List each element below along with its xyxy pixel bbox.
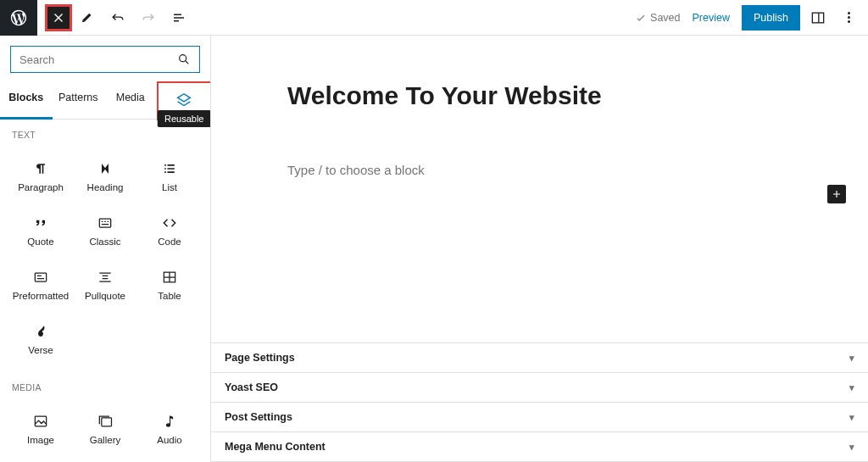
block-table[interactable]: Table: [137, 257, 202, 311]
heading-icon: [98, 159, 112, 179]
settings-panel-button[interactable]: [805, 5, 831, 31]
block-label: Code: [158, 237, 181, 247]
classic-icon: [97, 213, 114, 233]
svg-rect-6: [35, 416, 46, 426]
block-preformatted[interactable]: Preformatted: [8, 257, 73, 311]
block-label: Preformatted: [13, 291, 69, 301]
block-label: Audio: [157, 435, 181, 445]
block-placeholder[interactable]: Type / to choose a block: [287, 163, 792, 177]
block-label: Table: [158, 291, 181, 301]
layout: Blocks Patterns Media Reusable TEXT Para…: [0, 36, 868, 462]
tab-media[interactable]: Media: [104, 83, 157, 119]
block-label: Pullquote: [85, 291, 125, 301]
more-options-button[interactable]: [836, 5, 861, 31]
block-label: List: [162, 182, 177, 192]
block-label: Paragraph: [18, 182, 64, 192]
editor: Welcome To Your Website Type / to choose…: [211, 36, 868, 462]
block-paragraph[interactable]: Paragraph: [8, 148, 73, 203]
saved-status: Saved: [635, 12, 680, 24]
svg-rect-4: [35, 273, 46, 281]
search-input[interactable]: [19, 53, 177, 66]
meta-panels: Page Settings ▾ Yoast SEO ▾ Post Setting…: [211, 342, 868, 462]
document-overview-button[interactable]: [164, 3, 193, 32]
block-label: Verse: [28, 345, 53, 355]
panel-label: Mega Menu Content: [225, 441, 326, 453]
add-block-button[interactable]: [827, 185, 846, 203]
toolbar-right: Saved Preview Publish: [635, 5, 868, 31]
panel-yoast-seo[interactable]: Yoast SEO ▾: [211, 373, 868, 403]
search-box[interactable]: [10, 46, 200, 73]
block-quote[interactable]: Quote: [8, 203, 73, 257]
block-image[interactable]: Image: [8, 401, 73, 455]
category-media: MEDIA: [0, 372, 210, 398]
toolbar-left: [37, 3, 193, 32]
block-label: Classic: [89, 237, 120, 247]
block-heading[interactable]: Heading: [73, 148, 137, 203]
search-wrap: [0, 36, 210, 83]
search-icon: [177, 53, 191, 66]
table-icon: [161, 267, 178, 287]
inserter-sidebar: Blocks Patterns Media Reusable TEXT Para…: [0, 36, 211, 462]
tab-patterns[interactable]: Patterns: [53, 83, 105, 119]
reusable-tooltip: Reusable: [158, 110, 210, 127]
inserter-tabs: Blocks Patterns Media Reusable: [0, 83, 210, 120]
code-icon: [161, 213, 178, 233]
block-audio[interactable]: Audio: [137, 401, 202, 455]
block-code[interactable]: Code: [137, 203, 202, 257]
block-label: Image: [27, 435, 54, 445]
chevron-down-icon: ▾: [849, 412, 854, 423]
quote-icon: [32, 213, 49, 233]
block-classic[interactable]: Classic: [73, 203, 137, 257]
paragraph-icon: [32, 159, 49, 179]
panel-label: Post Settings: [225, 411, 292, 423]
svg-point-2: [180, 55, 186, 62]
redo-button[interactable]: [134, 3, 163, 32]
panel-label: Page Settings: [225, 352, 295, 364]
wordpress-logo[interactable]: [0, 0, 37, 36]
page-title[interactable]: Welcome To Your Website: [287, 81, 792, 110]
tab-blocks[interactable]: Blocks: [0, 83, 53, 120]
toolbar: Saved Preview Publish: [0, 0, 868, 36]
block-gallery[interactable]: Gallery: [73, 401, 137, 455]
list-icon: [161, 159, 178, 179]
svg-rect-3: [99, 219, 110, 227]
chevron-down-icon: ▾: [849, 382, 854, 393]
text-blocks-grid: Paragraph Heading List Quote Classic Cod…: [0, 145, 210, 372]
chevron-down-icon: ▾: [849, 353, 854, 364]
pullquote-icon: [97, 267, 114, 287]
svg-rect-7: [102, 418, 112, 426]
media-blocks-grid: Image Gallery Audio: [0, 398, 210, 462]
tools-button[interactable]: [73, 3, 102, 32]
block-pullquote[interactable]: Pullquote: [73, 257, 137, 311]
gallery-icon: [97, 411, 114, 431]
panel-page-settings[interactable]: Page Settings ▾: [211, 343, 868, 373]
block-label: Heading: [87, 182, 124, 192]
panel-mega-menu[interactable]: Mega Menu Content ▾: [211, 432, 868, 462]
panel-post-settings[interactable]: Post Settings ▾: [211, 403, 868, 432]
svg-rect-5: [164, 272, 175, 282]
panel-label: Yoast SEO: [225, 381, 278, 393]
block-label: Quote: [27, 237, 53, 247]
svg-rect-0: [812, 13, 823, 23]
preformatted-icon: [32, 267, 49, 287]
audio-icon: [162, 411, 177, 431]
editor-canvas[interactable]: Welcome To Your Website Type / to choose…: [211, 36, 868, 342]
block-verse[interactable]: Verse: [8, 311, 73, 365]
reusable-icon: [175, 92, 193, 110]
tab-reusable[interactable]: Reusable: [157, 81, 212, 120]
image-icon: [32, 411, 49, 431]
preview-button[interactable]: Preview: [686, 12, 737, 24]
saved-label: Saved: [650, 12, 680, 24]
publish-button[interactable]: Publish: [742, 5, 800, 31]
undo-button[interactable]: [103, 3, 132, 32]
verse-icon: [33, 321, 48, 342]
block-list[interactable]: List: [137, 148, 202, 203]
toggle-inserter-button[interactable]: [46, 5, 71, 31]
block-label: Gallery: [90, 435, 120, 445]
chevron-down-icon: ▾: [849, 442, 854, 453]
